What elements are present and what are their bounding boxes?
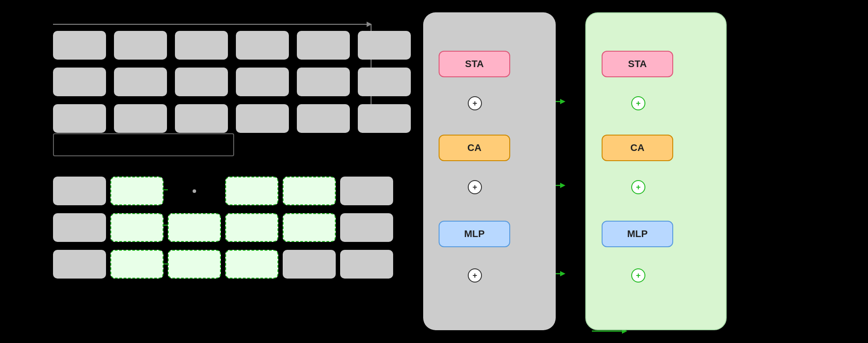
bottom-grid-cell-green	[283, 177, 336, 205]
grid-cell	[236, 31, 289, 60]
bottom-grid-cell-green	[110, 213, 163, 242]
bottom-grid-cell-solid	[340, 213, 393, 242]
grid-cell	[358, 68, 411, 96]
block1-ca-module: CA	[439, 135, 510, 161]
block2-plus1: +	[631, 96, 645, 110]
block1-plus3: +	[468, 268, 482, 283]
bottom-grid-cell-dot	[168, 177, 221, 205]
svg-marker-33	[560, 183, 565, 188]
block2-plus2: +	[631, 180, 645, 194]
grid-cell	[297, 31, 350, 60]
bottom-grid-cell-solid	[53, 250, 106, 279]
grid-cell	[114, 68, 167, 96]
grid-cell	[297, 104, 350, 133]
block2-sta-module: STA	[602, 51, 673, 77]
grid-cell	[236, 104, 289, 133]
grid-cell	[175, 31, 228, 60]
gray-grid-section	[53, 31, 411, 133]
grid-cell	[53, 68, 106, 96]
bottom-grid-cell-green	[110, 250, 163, 279]
bottom-grid-cell-green	[110, 177, 163, 205]
grid-cell	[114, 31, 167, 60]
svg-marker-35	[560, 271, 565, 276]
block2-mlp-module: MLP	[602, 221, 673, 247]
grid-cell	[114, 104, 167, 133]
block1-sta-module: STA	[439, 51, 510, 77]
block1-plus2: +	[468, 180, 482, 194]
bottom-grid-cell-solid	[340, 177, 393, 205]
grid-cell	[358, 104, 411, 133]
bottom-grid-cell-green	[225, 177, 278, 205]
block1-plus1: +	[468, 96, 482, 110]
grid-cell	[175, 68, 228, 96]
block2-plus3: +	[631, 268, 645, 283]
bottom-grid-cell-green	[168, 213, 221, 242]
bottom-grid-section	[53, 177, 393, 279]
bottom-grid-cell-solid	[340, 250, 393, 279]
bottom-grid-cell-green	[168, 250, 221, 279]
svg-marker-31	[560, 99, 565, 104]
bottom-grid-cell-green	[225, 250, 278, 279]
grid-cell	[175, 104, 228, 133]
grid-cell	[297, 68, 350, 96]
bottom-grid-cell-solid	[53, 177, 106, 205]
bottom-grid-cell-green	[225, 213, 278, 242]
input-box[interactable]	[53, 133, 234, 156]
bottom-grid-cell-solid	[283, 250, 336, 279]
block2-ca-module: CA	[602, 135, 673, 161]
svg-marker-1	[367, 22, 372, 27]
grid-cell	[53, 104, 106, 133]
grid-cell	[358, 31, 411, 60]
grid-cell	[236, 68, 289, 96]
bottom-grid-cell-green	[283, 213, 336, 242]
grid-cell	[53, 31, 106, 60]
block1-mlp-module: MLP	[439, 221, 510, 247]
bottom-grid-cell-solid	[53, 213, 106, 242]
